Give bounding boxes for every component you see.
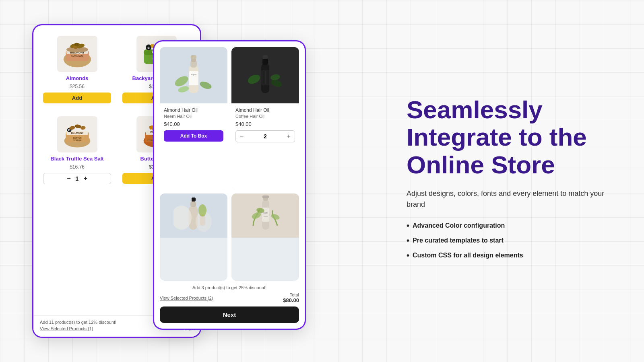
front-total-label: Total [283,292,299,297]
svg-point-58 [246,73,261,86]
svg-text:TOFFEE: TOFFEE [73,139,82,142]
svg-text:BUTTER: BUTTER [73,137,82,139]
almond-coffee-image [231,47,299,103]
serum-image [160,193,227,238]
almonds-name: Almonds [66,75,89,82]
phone-mockups-section: BELMONT ALMONDS Almonds $25.56 [0,0,386,362]
front-view-selected-link[interactable]: View Selected Products (2) [160,296,213,300]
truffle-salt-image: BELMONT B BUTTER TOFFEE [57,116,97,152]
front-discount-text: Add 3 product(s) to get 25% discount! [160,285,299,290]
svg-rect-74 [262,195,269,198]
front-product-card-almond-neem: arfyde Almond Hair Oil Neem Hair Oil $40… [160,47,227,189]
almond-neem-image: arfyde [160,47,227,103]
almond-neem-sub: Neem Hair Oil [164,114,223,119]
truffle-salt-decrease-button[interactable]: − [67,175,70,182]
svg-rect-55 [263,55,268,59]
truffle-salt-price: $16.76 [70,164,85,170]
almonds-image: BELMONT ALMONDS [57,36,97,72]
svg-text:Night: Night [263,212,268,214]
truffle-salt-name: Black Truffle Sea Salt [50,156,103,162]
truffle-salt-qty-value: 1 [76,175,79,182]
feature-item-1: Advanced Color configuration [407,221,624,230]
svg-rect-66 [200,216,205,226]
svg-text:BELMONT: BELMONT [71,132,83,134]
svg-point-60 [270,74,281,81]
almond-coffee-info: Almond Hair Oil Coffee Hair Oil $40.00 −… [231,103,299,189]
almond-coffee-increase-button[interactable]: + [287,133,291,140]
svg-point-50 [173,74,190,88]
svg-rect-47 [191,55,196,59]
product-card-almonds: BELMONT ALMONDS Almonds $25.56 [40,32,114,107]
svg-point-68 [198,204,206,216]
almonds-add-button[interactable]: Add [43,93,111,103]
truffle-salt-qty-control: − 1 + [43,173,111,184]
svg-rect-62 [190,201,196,207]
main-heading: Seamlessly Integrate to the Online Store [407,96,624,179]
feature-list: Advanced Color configuration Pre curated… [407,221,624,266]
svg-text:arfyde: arfyde [191,73,196,76]
sub-text: Adjust designs, colors, fonts and every … [407,188,624,210]
front-product-grid: arfyde Almond Hair Oil Neem Hair Oil $40… [160,47,299,281]
svg-rect-63 [192,197,196,202]
back-view-selected-link[interactable]: View Selected Products (1) [40,326,93,331]
front-product-card-plant-bottle: Night repair [231,193,299,281]
almond-coffee-price: $40.00 [235,121,295,127]
front-phone-footer: Add 3 product(s) to get 25% discount! Vi… [160,281,299,323]
almond-neem-price: $40.00 [164,121,223,127]
almond-coffee-qty-value: 2 [264,133,267,140]
truffle-salt-increase-button[interactable]: + [83,175,87,182]
next-button[interactable]: Next [160,306,299,323]
almond-neem-name: Almond Hair Oil [164,107,223,113]
almond-neem-info: Almond Hair Oil Neem Hair Oil $40.00 Add… [160,103,227,189]
almond-coffee-sub: Coffee Hair Oil [235,114,295,119]
feature-item-2: Pre curated templates to start [407,236,624,245]
front-product-card-serum [160,193,227,281]
front-total-block: Total $80.00 [283,292,299,303]
almond-coffee-name: Almond Hair Oil [235,107,295,113]
plant-bottle-image: Night repair [231,193,299,238]
almonds-price: $25.56 [70,84,85,89]
product-card-truffle-salt: BELMONT B BUTTER TOFFEE Black Truffle Se… [40,112,114,188]
svg-point-52 [178,85,190,94]
almond-coffee-qty-control: − 2 + [235,130,295,142]
almond-neem-add-to-box-button[interactable]: Add To Box [164,130,223,142]
right-section: Seamlessly Integrate to the Online Store… [386,0,644,362]
svg-text:ALMONDS: ALMONDS [71,54,83,57]
front-phone-content: arfyde Almond Hair Oil Neem Hair Oil $40… [154,41,305,329]
front-phone-mockup: arfyde Almond Hair Oil Neem Hair Oil $40… [153,40,306,330]
almond-coffee-decrease-button[interactable]: − [240,133,244,140]
front-footer-row: View Selected Products (2) Total $80.00 [160,292,299,303]
svg-point-31 [74,124,82,129]
front-product-card-almond-coffee: Almond Hair Oil Coffee Hair Oil $40.00 −… [231,47,299,189]
svg-text:B: B [147,46,150,49]
svg-point-51 [199,80,213,90]
feature-item-3: Custom CSS for all design elements [407,251,624,260]
svg-text:repair: repair [264,215,268,217]
front-total-amount: $80.00 [283,297,299,303]
